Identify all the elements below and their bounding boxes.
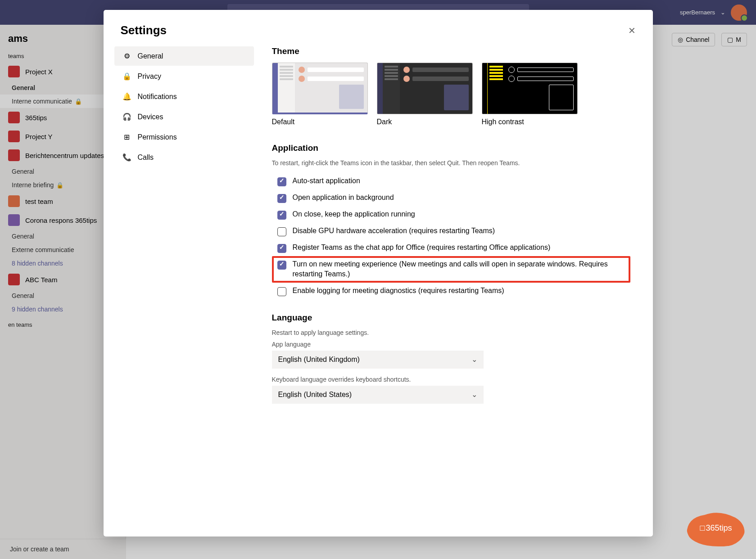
checkbox-row[interactable]: Open application in background [272, 189, 630, 206]
settings-nav-label: Privacy [138, 72, 161, 81]
checkbox-row[interactable]: Enable logging for meeting diagnostics (… [272, 283, 630, 299]
team-name-label: Project Y [25, 133, 53, 140]
language-title: Language [272, 313, 630, 323]
meet-button[interactable]: ▢ M [721, 33, 747, 46]
checkbox[interactable] [277, 194, 286, 203]
theme-default[interactable]: Default [272, 63, 368, 126]
checkbox[interactable] [277, 287, 286, 296]
team-name-label: Berichtencentrum updates [25, 152, 104, 159]
app-language-select[interactable]: English (United Kingdom) ⌄ [272, 351, 484, 369]
lock-icon: 🔒 [56, 182, 63, 189]
settings-nav-notifications[interactable]: 🔔 Notifications [114, 87, 254, 106]
team-badge [8, 66, 20, 77]
checkbox[interactable] [277, 244, 286, 253]
privacy-icon: 🔒 [122, 72, 131, 81]
settings-nav-privacy[interactable]: 🔒 Privacy [114, 67, 254, 86]
settings-title: Settings [121, 23, 167, 37]
chevron-down-icon: ⌄ [471, 390, 477, 399]
permissions-icon: ⊞ [122, 133, 131, 141]
team-badge [8, 149, 20, 161]
checkbox[interactable] [277, 227, 286, 236]
checkbox-label: Disable GPU hardware acceleration (requi… [293, 226, 495, 236]
checkbox-row[interactable]: On close, keep the application running [272, 206, 630, 223]
checkbox-label: Open application in background [293, 193, 394, 203]
keyboard-language-note: Keyboard language overrides keyboard sho… [272, 376, 630, 383]
theme-high-contrast[interactable]: High contrast [482, 63, 578, 126]
theme-label: Default [272, 118, 368, 126]
avatar[interactable] [731, 5, 747, 21]
checkbox[interactable] [277, 177, 286, 186]
settings-nav-label: Devices [138, 113, 163, 121]
settings-nav-label: Calls [138, 153, 154, 162]
checkbox-row[interactable]: Disable GPU hardware acceleration (requi… [272, 223, 630, 239]
checkbox-label: On close, keep the application running [293, 209, 415, 219]
theme-label: Dark [377, 118, 473, 126]
checkbox[interactable] [277, 211, 286, 220]
theme-preview [272, 63, 368, 114]
team-badge [8, 131, 20, 142]
theme-title: Theme [272, 46, 630, 56]
theme-label: High contrast [482, 118, 578, 126]
checkbox-label: Enable logging for meeting diagnostics (… [293, 286, 504, 296]
chevron-down-icon[interactable]: ⌄ [720, 9, 725, 16]
team-badge [8, 112, 20, 123]
channel-button[interactable]: ◎ Channel [672, 33, 715, 46]
application-description: To restart, right-click the Teams icon i… [272, 159, 630, 167]
checkbox-row[interactable]: Register Teams as the chat app for Offic… [272, 239, 630, 256]
team-name-label: Corona respons 365tips [25, 216, 97, 224]
theme-dark[interactable]: Dark [377, 63, 473, 126]
app-language-label: App language [272, 341, 630, 348]
eye-icon: ◎ [678, 36, 683, 43]
theme-preview [482, 63, 578, 114]
settings-modal: Settings ✕ ⚙ General🔒 Privacy🔔 Notificat… [104, 10, 653, 536]
lock-icon: 🔒 [75, 98, 82, 105]
application-title: Application [272, 143, 630, 153]
settings-nav-label: Notifications [138, 93, 177, 101]
devices-icon: 🎧 [122, 113, 131, 121]
video-icon: ▢ [727, 36, 733, 43]
team-name-label: test team [25, 198, 53, 205]
team-name-label: Project X [25, 68, 53, 76]
settings-nav-label: General [138, 52, 163, 60]
settings-nav-devices[interactable]: 🎧 Devices [114, 107, 254, 126]
checkbox-row[interactable]: Auto-start application [272, 173, 630, 189]
checkbox-label: Turn on new meeting experience (New meet… [293, 259, 625, 280]
team-name-label: ABC Team [25, 276, 57, 284]
team-name-label: 365tips [25, 114, 47, 122]
team-badge [8, 195, 20, 207]
checkbox-row[interactable]: Turn on new meeting experience (New meet… [272, 256, 630, 283]
chevron-down-icon: ⌄ [471, 355, 477, 364]
user-name: sperBernaers [680, 9, 715, 16]
checkbox-label: Auto-start application [293, 176, 360, 186]
general-icon: ⚙ [122, 52, 131, 60]
close-icon[interactable]: ✕ [628, 23, 636, 37]
settings-nav-label: Permissions [138, 133, 177, 141]
notifications-icon: 🔔 [122, 92, 131, 101]
settings-nav-permissions[interactable]: ⊞ Permissions [114, 127, 254, 147]
settings-nav-calls[interactable]: 📞 Calls [114, 148, 254, 167]
settings-nav-general[interactable]: ⚙ General [114, 46, 254, 66]
language-restart-note: Restart to apply language settings. [272, 329, 630, 336]
calls-icon: 📞 [122, 153, 131, 162]
join-create-team[interactable]: Join or create a team [0, 539, 126, 559]
keyboard-language-select[interactable]: English (United States) ⌄ [272, 386, 484, 404]
theme-preview [377, 63, 473, 114]
team-badge [8, 214, 20, 226]
settings-nav: ⚙ General🔒 Privacy🔔 Notifications🎧 Devic… [114, 46, 254, 526]
team-badge [8, 274, 20, 285]
checkbox-label: Register Teams as the chat app for Offic… [293, 243, 551, 252]
checkbox[interactable] [277, 261, 286, 270]
